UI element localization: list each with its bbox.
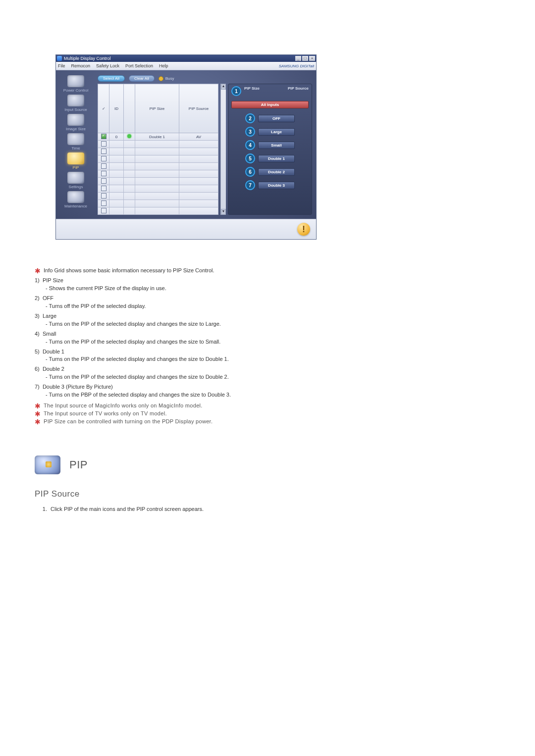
time-icon — [67, 133, 84, 145]
scroll-up-icon[interactable]: ▲ — [221, 84, 226, 90]
subsection-title: PIP Source — [35, 488, 500, 501]
cell-pip-source: AV — [179, 133, 218, 141]
pip-double3-button[interactable]: Double 3 — [258, 182, 295, 189]
table-row[interactable] — [98, 207, 218, 215]
toolbar: Select All Clear All Busy — [98, 75, 312, 82]
col-pip-size[interactable]: PIP Size — [135, 84, 179, 133]
image-size-icon — [67, 114, 84, 126]
table-row[interactable] — [98, 163, 218, 170]
item-title: Double 2 — [43, 366, 64, 372]
menu-port-selection[interactable]: Port Selection — [125, 63, 153, 68]
menu-help[interactable]: Help — [159, 63, 168, 68]
table-row[interactable] — [98, 185, 218, 193]
cell-id: 0 — [109, 133, 124, 141]
pip-double1-button[interactable]: Double 1 — [258, 155, 295, 162]
sidebar-label: Power Control — [63, 88, 89, 93]
warning-icon[interactable]: ! — [297, 223, 310, 236]
maximize-button[interactable]: □ — [302, 56, 308, 61]
select-all-button[interactable]: Select All — [98, 75, 125, 82]
star-icon: ✱ — [35, 402, 41, 410]
item-num: 4) — [35, 331, 40, 337]
callout-1: 1 — [231, 86, 241, 96]
grid-scrollbar[interactable]: ▲ ▼ — [220, 84, 226, 215]
busy-label: Busy — [165, 76, 174, 81]
pip-large-button[interactable]: Large — [258, 128, 295, 136]
col-pip-source[interactable]: PIP Source — [179, 84, 218, 133]
clear-all-button[interactable]: Clear All — [129, 75, 155, 82]
pip-small-button[interactable]: Small — [258, 142, 295, 149]
pip-size-header: PIP Size — [244, 86, 260, 91]
maintenance-icon — [67, 191, 84, 203]
row-checkbox[interactable] — [101, 178, 107, 184]
sidebar-item-settings[interactable]: Settings — [58, 172, 93, 190]
section-title: PIP — [69, 457, 88, 473]
sidebar-label: Maintenance — [64, 204, 87, 208]
row-checkbox[interactable] — [101, 201, 107, 206]
steps-list: Click PIP of the main icons and the PIP … — [35, 505, 500, 513]
row-checkbox[interactable] — [101, 141, 107, 147]
table-row[interactable] — [98, 178, 218, 185]
item-num: 6) — [35, 366, 40, 372]
footnote-text: PIP Size can be controlled with turning … — [44, 418, 213, 426]
table-row[interactable] — [98, 200, 218, 207]
callout-3: 3 — [245, 127, 255, 137]
table-row[interactable] — [98, 148, 218, 155]
row-checkbox[interactable] — [101, 134, 107, 139]
row-checkbox[interactable] — [101, 163, 107, 169]
minimize-button[interactable]: _ — [295, 56, 301, 61]
input-source-icon — [67, 95, 84, 106]
row-checkbox[interactable] — [101, 186, 107, 191]
pip-control-panel: 1 PIP Size PIP Source All Inputs 2 OFF — [228, 84, 312, 215]
sidebar-item-maintenance[interactable]: Maintenance — [58, 191, 93, 209]
row-checkbox[interactable] — [101, 149, 107, 154]
row-checkbox[interactable] — [101, 193, 107, 199]
pip-source-header: PIP Source — [288, 86, 309, 91]
power-icon — [67, 75, 84, 87]
table-row[interactable] — [98, 141, 218, 148]
item-num: 2) — [35, 295, 40, 301]
table-row[interactable] — [98, 155, 218, 163]
row-checkbox[interactable] — [101, 156, 107, 161]
sidebar-item-image[interactable]: Image Size — [58, 114, 93, 132]
table-row[interactable] — [98, 170, 218, 178]
menu-file[interactable]: File — [58, 63, 65, 68]
col-status[interactable] — [124, 84, 135, 133]
step-item: Click PIP of the main icons and the PIP … — [49, 505, 500, 513]
footnote-text: The Input source of MagicInfo works only… — [44, 402, 203, 410]
close-button[interactable]: × — [309, 56, 315, 61]
item-num: 3) — [35, 313, 40, 319]
pip-double2-button[interactable]: Double 2 — [258, 168, 295, 176]
callout-5: 5 — [245, 153, 255, 163]
sidebar-item-time[interactable]: Time — [58, 133, 93, 151]
window-titlebar[interactable]: Multiple Display Control _ □ × — [56, 55, 316, 62]
app-icon — [57, 56, 62, 61]
sidebar-item-power[interactable]: Power Control — [58, 75, 93, 94]
menu-remocon[interactable]: Remocon — [71, 63, 91, 68]
table-row[interactable] — [98, 193, 218, 200]
sidebar-item-input[interactable]: Input Source — [58, 95, 93, 113]
item-desc: - Shows the current PIP Size of the disp… — [35, 285, 500, 293]
cell-pip-size: Double 1 — [135, 133, 179, 141]
brand-label: SAMSUNG DIGITall — [279, 64, 314, 68]
row-checkbox[interactable] — [101, 208, 107, 213]
item-num: 7) — [35, 384, 40, 390]
sidebar: Power Control Input Source Image Size Ti… — [56, 70, 96, 219]
item-num: 1) — [35, 277, 40, 283]
busy-indicator: Busy — [159, 76, 174, 81]
info-grid: ✓ ID PIP Size PIP Source 0 Double 1 AV — [98, 84, 218, 215]
sidebar-label: Input Source — [64, 107, 87, 112]
row-checkbox[interactable] — [101, 171, 107, 176]
menu-bar: File Remocon Safety Lock Port Selection … — [56, 62, 316, 70]
pip-size-options: 2 OFF 3 Large 4 Small — [231, 113, 309, 190]
table-row[interactable]: 0 Double 1 AV — [98, 133, 218, 141]
item-title: Large — [43, 313, 56, 319]
col-check[interactable]: ✓ — [98, 84, 109, 133]
item-title: PIP Size — [43, 277, 63, 283]
pip-off-button[interactable]: OFF — [258, 115, 295, 122]
scroll-down-icon[interactable]: ▼ — [221, 209, 226, 215]
footnote: ✱ The Input source of TV works only on T… — [35, 410, 500, 418]
window-title: Multiple Display Control — [64, 56, 295, 61]
menu-safety-lock[interactable]: Safety Lock — [96, 63, 119, 68]
col-id[interactable]: ID — [109, 84, 124, 133]
sidebar-item-pip[interactable]: PIP — [58, 152, 93, 171]
